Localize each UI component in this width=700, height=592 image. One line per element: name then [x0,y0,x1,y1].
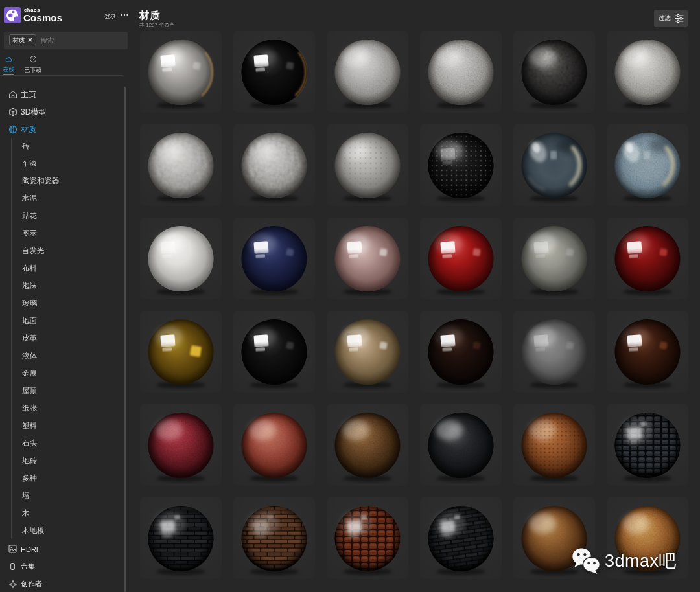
cloud-icon [5,56,12,62]
material-tile-coffee-brown-gloss[interactable] [607,311,688,393]
tab-online-label: 在线 [3,65,15,74]
subcategory-item[interactable]: 地砖 [22,457,37,465]
material-tile-terracotta-clay[interactable] [233,404,315,486]
sidebar-item-3d-models[interactable]: 3D模型 [8,107,46,117]
material-tile-croc-leather-redbrown[interactable] [327,497,408,579]
material-tile-dimpled-acoustic-gray[interactable] [327,124,408,206]
asset-count: 共 1287 个资产 [139,21,174,28]
tab-downloaded[interactable]: 已下载 [25,56,41,74]
watermark: 3dmax吧 [572,547,677,575]
sidebar-item-label: 创作者 [21,579,42,589]
material-tile-tan-translucent[interactable] [327,311,408,393]
material-tile-dark-red-gloss[interactable] [607,218,688,299]
search-input[interactable]: 材质 搜索 [4,32,128,49]
subcategory-item[interactable]: 塑料 [22,422,37,430]
material-tile-amber-glass[interactable] [140,311,222,393]
material-tile-candy-red-gloss[interactable] [420,218,502,299]
subcategory-item[interactable]: 金属 [22,369,37,378]
material-tile-clear-glass[interactable] [513,124,595,206]
material-tile-navy-blue-gloss[interactable] [233,218,315,299]
chip-close-icon[interactable] [28,38,32,42]
material-tile-gloss-black[interactable] [233,311,315,393]
subcategory-item[interactable]: 墙 [22,492,30,500]
chaos-logo-icon [4,7,21,23]
cube-icon [8,108,18,117]
material-tile-rough-plaster[interactable] [140,124,222,206]
material-tile-black-glazed-brick[interactable] [140,497,222,579]
sidebar-item-home[interactable]: 主页 [8,89,36,100]
sidebar-item-creators[interactable]: 创作者 [8,579,42,589]
tab-online[interactable]: 在线 [3,56,14,74]
subcategory-item[interactable]: 纸张 [22,404,37,413]
material-tile-rose-translucent-glass[interactable] [327,218,408,299]
subcategory-item[interactable]: 陶瓷和瓷器 [22,177,60,185]
check-circle-icon [30,56,37,63]
material-tile-frosted-gray-green[interactable] [513,218,595,299]
brand-cosmos: Cosmos [23,12,62,23]
subcategory-item[interactable]: 玻璃 [22,299,37,308]
subcategory-item[interactable]: 木 [22,509,30,518]
subcategory-item[interactable]: 泡沫 [22,282,37,290]
material-tile-speckled-concrete[interactable] [420,31,502,113]
collection-icon [8,562,18,571]
sidebar-item-collections[interactable]: 合集 [8,562,35,572]
material-tile-crumpled-plaster[interactable] [233,124,315,206]
subcategory-guide-line [11,138,12,538]
subcategory-item[interactable]: 贴花 [22,212,37,220]
chip-label: 材质 [13,37,25,43]
subcategory-item[interactable]: 液体 [22,352,37,360]
sidebar-item-label: HDRI [21,545,38,553]
material-tile-chocolate-gloss[interactable] [420,311,502,393]
filter-button[interactable]: 过滤 [654,10,688,27]
subcategory-item[interactable]: 地面 [22,317,37,325]
tab-divider [0,75,123,76]
subcategory-item[interactable]: 多种 [22,474,37,483]
material-tile-matte-gray-plaster[interactable] [327,31,408,113]
material-tile-porcelain-white[interactable] [140,218,222,299]
more-menu-button[interactable] [120,10,129,19]
watermark-text: 3dmax吧 [605,549,677,573]
sphere-icon [8,125,18,135]
ellipsis-icon [121,14,128,16]
sidebar-item-materials[interactable]: 材质 [8,124,36,135]
material-tile-brown-brick[interactable] [233,497,315,579]
subcategory-item[interactable]: 木地板 [22,527,45,535]
material-tile-brown-leather[interactable] [327,404,408,486]
chaos-cosmos-app: chaos Cosmos 登录 材质 搜索 在线 已下载 主页3D模型材质 砖车… [0,0,700,592]
wechat-icon [572,547,600,575]
subcategory-item[interactable]: 图示 [22,229,37,238]
sidebar-item-label: 3D模型 [21,107,46,118]
material-grid [140,31,688,579]
material-tile-polished-black[interactable] [233,31,315,113]
material-tile-perforated-tan-leather[interactable] [513,404,595,486]
subcategory-item[interactable]: 皮革 [22,334,37,343]
subcategory-item[interactable]: 石头 [22,439,37,448]
material-tile-frosted-blue-glass[interactable] [607,124,688,206]
material-tile-black-leather[interactable] [420,404,502,486]
login-button[interactable]: 登录 [104,12,116,21]
search-filter-chip[interactable]: 材质 [9,34,36,45]
sidebar-item-label: 材质 [21,124,36,135]
home-icon [8,90,18,100]
sidebar-scrollbar[interactable] [124,87,126,592]
subcategory-item[interactable]: 自发光 [22,247,45,255]
material-tile-perforated-black[interactable] [420,124,502,206]
material-tile-black-croc-gloss[interactable] [607,404,688,486]
subcategory-item[interactable]: 水泥 [22,194,37,203]
subcategory-item[interactable]: 屋顶 [22,387,37,395]
material-tile-rough-asphalt-black[interactable] [513,31,595,113]
search-placeholder: 搜索 [41,36,54,45]
material-tile-red-leather[interactable] [140,404,222,486]
subcategory-item[interactable]: 布料 [22,264,37,273]
subcategory-item[interactable]: 砖 [22,142,30,150]
material-tile-stucco-light-gray[interactable] [607,31,688,113]
material-tile-frosted-smoke-gray[interactable] [513,311,595,393]
image-icon [8,544,18,554]
material-tile-black-glazed-brick-2[interactable] [420,497,502,579]
material-tile-polished-ceramic-white[interactable] [140,31,222,113]
chaos-logo[interactable] [4,7,21,23]
sliders-icon [675,14,684,23]
sidebar-item-label: 合集 [21,562,35,571]
sidebar-item-hdri[interactable]: HDRI [8,544,38,554]
subcategory-item[interactable]: 车漆 [22,159,37,168]
